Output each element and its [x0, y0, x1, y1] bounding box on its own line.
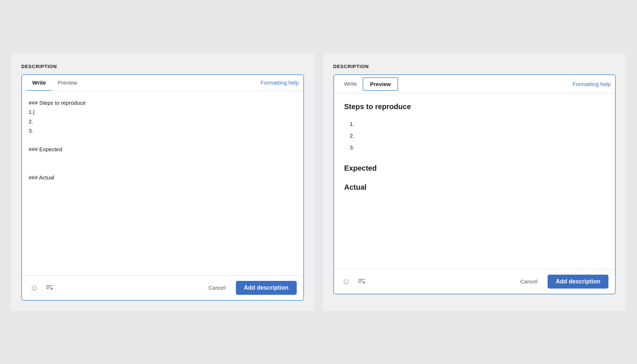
emoji-button-right[interactable]: [341, 275, 352, 288]
left-editor-body: ### Steps to reproduce 1.| 2. 3. ### Exp…: [22, 91, 303, 275]
tab-write-left[interactable]: Write: [26, 75, 52, 91]
add-description-button-left[interactable]: Add description: [236, 281, 297, 295]
tab-preview-left[interactable]: Preview: [52, 75, 83, 91]
left-section-label: DESCRIPTION: [21, 64, 304, 69]
template-button-right[interactable]: [356, 276, 367, 287]
template-button-left[interactable]: [44, 282, 55, 293]
tab-preview-right[interactable]: Preview: [363, 77, 398, 91]
right-editor-footer: Cancel Add description: [334, 269, 615, 294]
formatting-help-link-right[interactable]: Formatting help: [573, 81, 611, 87]
list-item-1: [356, 118, 605, 130]
add-description-button-right[interactable]: Add description: [548, 275, 608, 289]
preview-heading-expected: Expected: [344, 162, 605, 174]
emoji-button-left[interactable]: [29, 282, 40, 294]
right-editor-container: Write Preview Formatting help Steps to r…: [333, 74, 616, 294]
page-wrapper: DESCRIPTION Write Preview Formatting hel…: [11, 53, 626, 311]
left-panel: DESCRIPTION Write Preview Formatting hel…: [11, 53, 314, 311]
right-section-label: DESCRIPTION: [333, 64, 616, 69]
preview-steps-list: [356, 118, 605, 153]
left-editor-footer: Cancel Add description: [22, 275, 303, 300]
right-preview-content: Steps to reproduce Expected Actual: [334, 93, 615, 269]
list-item-3: [356, 142, 605, 153]
description-textarea-left[interactable]: ### Steps to reproduce 1.| 2. 3. ### Exp…: [29, 98, 297, 267]
tab-write-right[interactable]: Write: [338, 76, 363, 92]
left-editor-container: Write Preview Formatting help ### Steps …: [21, 74, 304, 301]
cancel-button-right[interactable]: Cancel: [515, 275, 544, 287]
formatting-help-link-left[interactable]: Formatting help: [260, 79, 299, 86]
right-tabs-bar: Write Preview Formatting help: [334, 75, 615, 93]
preview-heading-steps: Steps to reproduce: [344, 101, 605, 112]
preview-heading-actual: Actual: [344, 181, 605, 193]
list-item-2: [356, 130, 605, 142]
right-panel: DESCRIPTION Write Preview Formatting hel…: [323, 53, 626, 311]
cancel-button-left[interactable]: Cancel: [203, 282, 232, 294]
left-tabs-bar: Write Preview Formatting help: [22, 75, 303, 91]
